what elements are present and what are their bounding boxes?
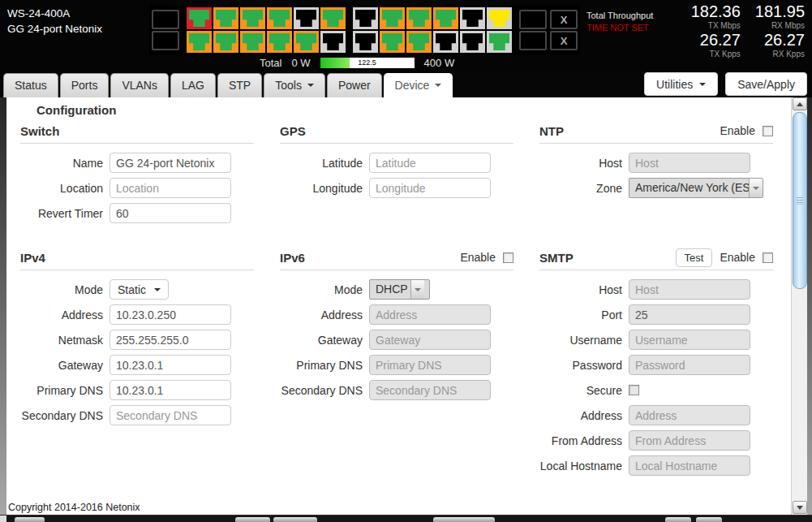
rj45-port[interactable] (380, 31, 405, 53)
scroll-down-button[interactable] (793, 501, 807, 514)
ipv6-address-input[interactable] (369, 304, 491, 325)
ntp-enable-checkbox[interactable] (763, 126, 773, 136)
ipv4-mode-label: Mode (20, 283, 103, 296)
scroll-up-button[interactable] (793, 97, 807, 110)
rj45-port[interactable] (240, 31, 265, 53)
field-row: Mode DHCP (280, 279, 513, 300)
ipv6-secondary-dns-input[interactable] (369, 380, 491, 400)
rj45-port[interactable] (320, 7, 346, 29)
rj45-port[interactable] (294, 31, 319, 53)
tab-vlans[interactable]: VLANs (110, 73, 169, 97)
rj45-port[interactable] (240, 7, 265, 29)
utilities-label: Utilities (656, 78, 693, 91)
section-switch: Switch Name Location Revert Timer (20, 122, 254, 228)
port-status-led (489, 33, 509, 50)
smtp-secure-checkbox[interactable] (629, 385, 639, 395)
ipv4-mode-select[interactable]: Static (110, 279, 169, 300)
revert-timer-input[interactable] (110, 203, 231, 223)
scrollbar-thumb[interactable] (793, 112, 807, 289)
smtp-test-button[interactable]: Test (676, 248, 713, 267)
tab-status[interactable]: Status (3, 73, 58, 97)
x-mark-icon: X (552, 11, 576, 28)
smtp-from-address-input[interactable] (629, 430, 750, 451)
latitude-input[interactable] (369, 153, 491, 173)
section-title: IPv4 (20, 251, 45, 265)
rj45-port[interactable] (406, 31, 432, 53)
rj45-port[interactable] (267, 7, 292, 29)
ipv6-enable-checkbox[interactable] (503, 252, 513, 263)
tab-lag[interactable]: LAG (170, 73, 216, 97)
smtp-username-input[interactable] (629, 330, 750, 350)
tx-mbps-label: TX Mbps (691, 22, 741, 30)
port-column (240, 7, 265, 53)
rj45-port[interactable] (487, 31, 512, 53)
port-column (433, 7, 458, 53)
ipv4-mode-value: Static (118, 283, 146, 296)
rj45-port[interactable] (460, 31, 485, 53)
ipv4-primary-dns-input[interactable] (110, 380, 231, 400)
utilities-button[interactable]: Utilities (644, 72, 718, 96)
rj45-port[interactable] (433, 31, 458, 53)
tab-power[interactable]: Power (327, 73, 382, 97)
smtp-address-input[interactable] (629, 405, 750, 425)
rj45-port[interactable] (187, 31, 212, 53)
rj45-port[interactable] (460, 7, 485, 29)
page-title: Configuration (37, 103, 116, 117)
ipv4-primary-dns-label: Primary DNS (20, 384, 103, 397)
vertical-scrollbar[interactable] (791, 97, 807, 515)
port-status-led (155, 34, 176, 47)
switch-name-input[interactable] (110, 153, 231, 173)
rj45-port[interactable] (487, 7, 512, 29)
ipv4-secondary-dns-input[interactable] (110, 405, 231, 425)
smtp-password-input[interactable] (629, 355, 750, 375)
port-status-led (355, 33, 376, 50)
smtp-secure-label: Secure (539, 384, 622, 397)
longitude-input[interactable] (369, 178, 491, 198)
caret-down-icon (307, 84, 314, 87)
ipv4-netmask-input[interactable] (110, 330, 231, 350)
power-row: Total 0 W 122.5 400 W (243, 56, 454, 69)
ntp-zone-select[interactable]: America/New York (EST (629, 178, 763, 198)
location-label: Location (20, 182, 103, 195)
port-column (406, 7, 432, 53)
rj45-port[interactable] (320, 31, 346, 53)
smtp-local-hostname-input[interactable] (629, 455, 750, 476)
tab-stp[interactable]: STP (217, 73, 262, 97)
rj45-port[interactable] (433, 7, 458, 29)
port-column (380, 7, 405, 53)
ntp-host-label: Host (539, 157, 622, 170)
rj45-port[interactable] (294, 7, 319, 29)
rj45-port[interactable] (267, 31, 292, 53)
ipv4-gateway-input[interactable] (110, 355, 231, 375)
port-status-led (296, 33, 316, 50)
rj45-port[interactable] (353, 31, 378, 53)
tab-ports[interactable]: Ports (60, 73, 110, 97)
ipv4-address-input[interactable] (110, 304, 231, 325)
smtp-port-input[interactable] (629, 304, 750, 325)
save-apply-button[interactable]: Save/Apply (725, 72, 807, 96)
smtp-host-input[interactable] (629, 279, 750, 300)
field-row: Host (539, 153, 773, 173)
tab-tools[interactable]: Tools (264, 73, 325, 97)
field-row: Address (280, 304, 513, 325)
rj45-port[interactable] (353, 7, 378, 29)
tab-device[interactable]: Device (384, 73, 453, 97)
ipv6-gateway-input[interactable] (369, 330, 491, 350)
field-row: Zone America/New York (EST (539, 178, 773, 198)
ntp-host-input[interactable] (629, 153, 750, 173)
rj45-port[interactable] (187, 7, 212, 29)
smtp-enable-checkbox[interactable] (763, 252, 773, 263)
field-row: Password (539, 355, 773, 375)
power-total-label: Total (260, 57, 281, 69)
ipv6-primary-dns-input[interactable] (369, 355, 491, 375)
rj45-port[interactable] (213, 31, 238, 53)
field-row: Secure (539, 380, 773, 400)
rj45-port[interactable] (213, 7, 238, 29)
ipv6-mode-select[interactable]: DHCP (369, 279, 430, 300)
rj45-port[interactable] (380, 7, 405, 29)
rx-mbps-value: 181.95 (755, 3, 805, 20)
page-left-edge (0, 97, 6, 515)
field-row: Mode Static (20, 279, 254, 300)
switch-location-input[interactable] (110, 178, 231, 198)
rj45-port[interactable] (406, 7, 432, 29)
